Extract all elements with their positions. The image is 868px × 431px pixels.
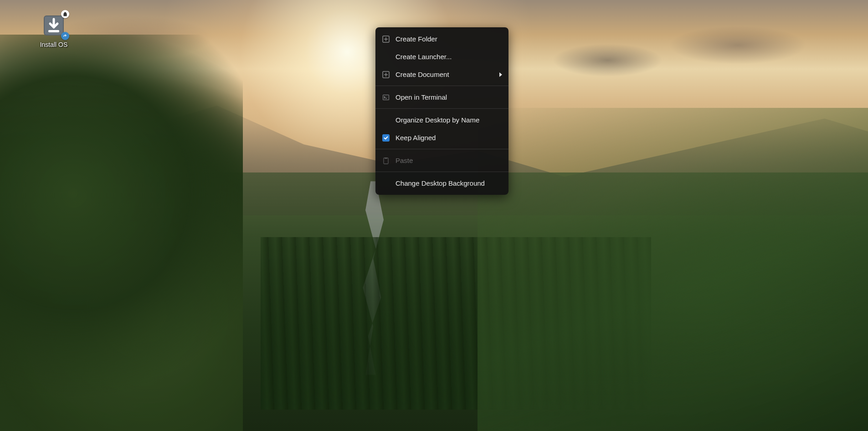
desktop-icon-install-os[interactable]: Install OS <box>36 13 72 48</box>
wallpaper-foliage-right <box>478 108 868 431</box>
menu-item-organize-desktop[interactable]: Organize Desktop by Name <box>375 111 508 129</box>
menu-separator <box>375 86 508 86</box>
menu-label: Create Folder <box>395 35 502 43</box>
shortcut-arrow-icon <box>61 32 69 40</box>
desktop-context-menu: Create Folder Create Launcher... Create … <box>375 27 508 195</box>
menu-label: Create Launcher... <box>395 53 502 61</box>
menu-label: Create Document <box>395 71 496 78</box>
terminal-icon <box>382 93 390 101</box>
svg-rect-8 <box>385 157 387 159</box>
plus-box-icon <box>382 35 390 43</box>
menu-label: Open in Terminal <box>395 93 502 101</box>
menu-item-keep-aligned[interactable]: Keep Aligned <box>375 129 508 147</box>
menu-label: Organize Desktop by Name <box>395 116 502 124</box>
menu-item-open-terminal[interactable]: Open in Terminal <box>375 88 508 106</box>
menu-label: Keep Aligned <box>395 134 502 142</box>
menu-label: Change Desktop Background <box>395 179 502 187</box>
menu-label: Paste <box>395 157 502 164</box>
menu-separator <box>375 172 508 172</box>
menu-separator <box>375 108 508 109</box>
install-os-icon <box>41 13 67 38</box>
checkbox-checked-icon <box>382 134 390 142</box>
svg-rect-6 <box>383 95 389 100</box>
menu-item-change-background[interactable]: Change Desktop Background <box>375 174 508 192</box>
svg-rect-2 <box>48 30 59 32</box>
wallpaper-foliage-left <box>0 35 243 431</box>
menu-separator <box>375 149 508 149</box>
menu-item-create-launcher[interactable]: Create Launcher... <box>375 48 508 66</box>
desktop-icon-label: Install OS <box>40 41 68 48</box>
menu-item-create-document[interactable]: Create Document <box>375 66 508 83</box>
plus-box-icon <box>382 71 390 79</box>
menu-item-create-folder[interactable]: Create Folder <box>375 30 508 48</box>
clipboard-icon <box>382 157 390 165</box>
chevron-right-icon <box>499 72 502 77</box>
menu-item-paste: Paste <box>375 152 508 169</box>
lock-badge-icon <box>61 10 69 18</box>
